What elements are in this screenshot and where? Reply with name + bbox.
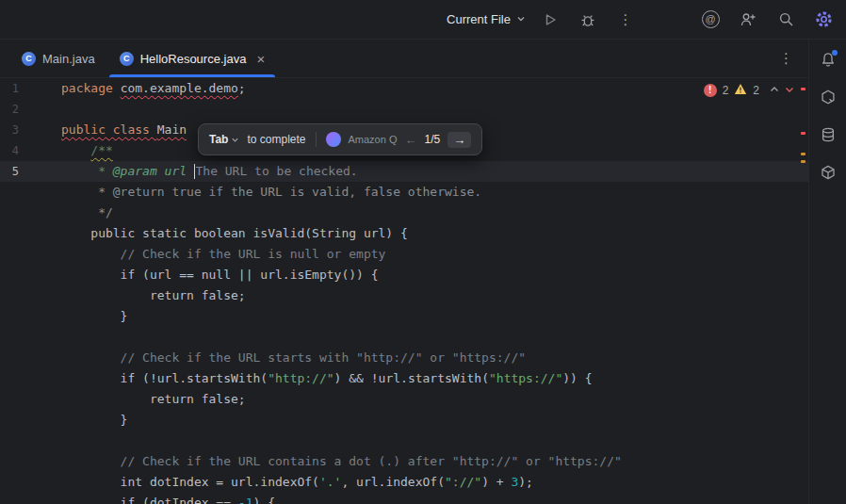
- code-token: return false;: [61, 392, 246, 406]
- code-token: /**: [90, 143, 112, 157]
- code-line[interactable]: return false;: [0, 389, 808, 410]
- previous-problem-icon[interactable]: [769, 84, 780, 98]
- previous-suggestion-icon[interactable]: ←: [404, 134, 416, 146]
- code-token: */: [61, 205, 113, 219]
- tab-key-label: Tab: [209, 133, 228, 146]
- search-icon[interactable]: [773, 7, 799, 33]
- amazon-q-chat-icon[interactable]: @: [697, 7, 724, 33]
- next-suggestion-icon[interactable]: →: [447, 132, 471, 148]
- popup-divider: [316, 132, 317, 147]
- code-token: com.example.demo: [121, 81, 238, 95]
- inspection-navigation: [769, 84, 795, 98]
- code-token: if (dotIndex ==: [61, 496, 238, 504]
- code-line[interactable]: 1package com.example.demo;: [0, 78, 808, 99]
- code-token: ) && !url.startsWith(: [334, 371, 489, 385]
- settings-gear-icon[interactable]: [810, 7, 837, 33]
- code-text: // Check if the URL is null or empty: [61, 247, 385, 261]
- code-token: package: [61, 81, 121, 95]
- code-editor[interactable]: 1package com.example.demo;23public class…: [0, 78, 808, 504]
- code-line[interactable]: if (dotIndex == -1) {: [0, 493, 808, 504]
- stripe-mark[interactable]: [801, 160, 805, 163]
- notification-badge: [832, 50, 838, 56]
- code-token: return false;: [61, 288, 246, 302]
- amazon-q-icon[interactable]: [815, 84, 841, 110]
- java-class-icon: C: [22, 52, 36, 66]
- content-area: C Main.java C HelloResource.java × ⋮ 1pa…: [0, 40, 846, 504]
- more-options-icon[interactable]: ⋮: [612, 7, 639, 33]
- editor-tabbar: C Main.java C HelloResource.java × ⋮: [0, 40, 808, 78]
- stripe-mark[interactable]: [801, 132, 805, 135]
- code-token: "://": [445, 475, 481, 489]
- code-token: *: [98, 164, 113, 178]
- run-config-selector[interactable]: Current File: [447, 12, 526, 26]
- code-line[interactable]: public static boolean isValid(String url…: [0, 223, 808, 244]
- code-line[interactable]: // Check if the URL is null or empty: [0, 244, 808, 265]
- code-line[interactable]: 5 * @param url The URL to be checked.: [0, 161, 808, 182]
- code-line[interactable]: int dotIndex = url.indexOf('.', url.inde…: [0, 472, 808, 493]
- code-text: // Check if the URL contains a dot (.) a…: [61, 454, 622, 468]
- line-number[interactable]: 4: [0, 140, 19, 161]
- code-line[interactable]: [0, 431, 808, 451]
- debug-icon[interactable]: [575, 7, 601, 33]
- code-line[interactable]: }: [0, 306, 808, 327]
- code-line[interactable]: 2: [0, 99, 808, 120]
- warning-count: 2: [753, 84, 759, 97]
- code-token: @param url: [113, 164, 194, 178]
- code-token: }: [61, 413, 127, 427]
- next-problem-icon[interactable]: [784, 84, 795, 98]
- code-line[interactable]: if (url == null || url.isEmpty()) {: [0, 265, 808, 285]
- database-icon[interactable]: [815, 122, 841, 148]
- code-token: )) {: [562, 371, 592, 385]
- code-text: int dotIndex = url.indexOf('.', url.inde…: [61, 475, 533, 489]
- code-text: return false;: [61, 288, 246, 302]
- editor-column: C Main.java C HelloResource.java × ⋮ 1pa…: [0, 40, 808, 504]
- line-number[interactable]: 2: [0, 99, 19, 120]
- inspections-widget[interactable]: ! 2 2: [704, 83, 795, 98]
- right-toolbar: [808, 40, 846, 504]
- completion-hint-label: to complete: [247, 133, 305, 146]
- error-icon: !: [704, 84, 717, 97]
- code-line[interactable]: // Check if the URL contains a dot (.) a…: [0, 451, 808, 472]
- code-text: if (dotIndex == -1) {: [61, 496, 275, 504]
- code-text: package com.example.demo;: [61, 81, 246, 95]
- tab-label: HelloResource.java: [140, 52, 247, 66]
- error-count: 2: [723, 84, 729, 97]
- line-number[interactable]: 5: [0, 161, 19, 182]
- run-icon[interactable]: [537, 7, 563, 33]
- tab-options-icon[interactable]: ⋮: [764, 50, 808, 67]
- code-token: -1: [238, 496, 253, 504]
- close-tab-icon[interactable]: ×: [256, 51, 265, 67]
- line-number[interactable]: 3: [0, 120, 19, 140]
- code-text: * @param url The URL to be checked.: [61, 164, 358, 178]
- code-line[interactable]: }: [0, 410, 808, 431]
- code-token: The URL to be checked.: [195, 164, 357, 178]
- code-line[interactable]: */: [0, 203, 808, 223]
- code-text: public class Main: [61, 122, 187, 137]
- code-token: }: [61, 309, 127, 323]
- tab-to-complete-control[interactable]: Tab: [209, 133, 239, 146]
- main-toolbar: Current File ⋮ @: [0, 0, 846, 40]
- add-user-icon[interactable]: [735, 7, 761, 33]
- code-line[interactable]: [0, 327, 808, 348]
- line-number[interactable]: 1: [0, 78, 19, 99]
- code-text: if (!url.startsWith("http://") && !url.s…: [61, 371, 593, 385]
- stripe-mark[interactable]: [801, 88, 805, 90]
- warning-icon: [734, 83, 747, 98]
- chevron-down-icon: [516, 12, 526, 26]
- java-class-icon: C: [120, 52, 134, 66]
- notifications-bell-icon[interactable]: [815, 46, 841, 73]
- stripe-mark[interactable]: [801, 153, 805, 155]
- amazon-q-logo-icon: [326, 132, 341, 147]
- code-token: ) +: [481, 475, 511, 489]
- cube-icon[interactable]: [815, 159, 841, 186]
- code-line[interactable]: return false;: [0, 285, 808, 306]
- code-token: , url.indexOf(: [341, 475, 445, 489]
- code-text: }: [61, 309, 127, 323]
- tab-main-java[interactable]: C Main.java: [9, 40, 107, 77]
- code-line[interactable]: if (!url.startsWith("http://") && !url.s…: [0, 368, 808, 389]
- code-token: // Check if the URL starts with "http://…: [61, 350, 526, 365]
- code-line[interactable]: * @return true if the URL is valid, fals…: [0, 182, 808, 203]
- code-text: */: [61, 205, 113, 219]
- code-line[interactable]: // Check if the URL starts with "http://…: [0, 348, 808, 368]
- tab-helloresource-java[interactable]: C HelloResource.java ×: [107, 40, 278, 77]
